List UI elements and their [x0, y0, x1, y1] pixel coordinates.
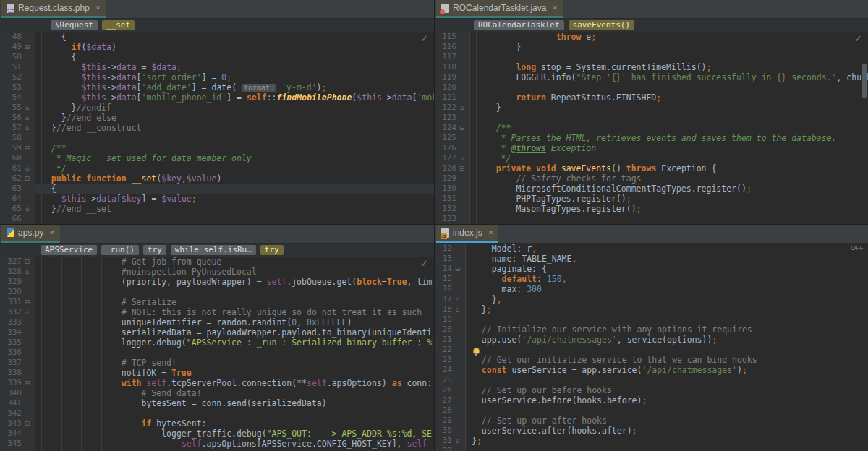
fold-marker-icon[interactable]: ⌂ [22, 267, 33, 277]
code-line[interactable] [41, 408, 434, 418]
code-line[interactable] [472, 314, 868, 325]
code-line[interactable]: }//end __construct [41, 123, 434, 133]
close-tab-icon[interactable]: ✕ [552, 4, 558, 12]
breadcrumb-item[interactable]: while self.isRu… [171, 245, 256, 255]
code-line[interactable] [476, 113, 868, 123]
code-line[interactable]: # Send data! [41, 388, 434, 398]
close-tab-icon[interactable]: ✕ [95, 4, 101, 12]
code-line[interactable]: Model: r, [472, 244, 868, 254]
fold-marker-icon[interactable]: ⊟ [22, 418, 33, 429]
code-line[interactable]: /** [41, 143, 434, 153]
code-line[interactable]: # Get job from queue [41, 257, 434, 267]
code-line[interactable]: notifOK = True [41, 368, 434, 378]
code-area[interactable]: throw e; } long stop = System.currentTim… [470, 32, 868, 224]
fold-marker-icon[interactable]: ⌂ [22, 204, 33, 214]
breadcrumb-item[interactable]: try [260, 245, 284, 255]
code-line[interactable]: return RepeatStatus.FINISHED; [476, 93, 868, 103]
code-line[interactable] [472, 446, 868, 451]
code-line[interactable]: }//end __set [41, 204, 434, 214]
code-line[interactable]: long stop = System.currentTimeMillis(); [476, 62, 868, 72]
breadcrumb-item[interactable]: __set [102, 20, 135, 30]
fold-marker-icon[interactable]: ⊟ [22, 173, 33, 184]
code-line[interactable]: # Serialize [41, 297, 434, 307]
breadcrumb-item[interactable]: _run() [101, 245, 139, 255]
code-line[interactable]: * Parses the HTML, retrieves events and … [476, 133, 868, 143]
code-line[interactable]: max: 300 [472, 284, 868, 294]
code-line[interactable]: { [41, 32, 434, 42]
code-line[interactable]: $this->data['sort_order'] = 0; [41, 72, 434, 82]
code-line[interactable]: $this->data[$key] = $value; [41, 194, 434, 204]
code-editor-python[interactable]: 327⊟328⌂329330331⊟332⌂333334335336337338… [0, 257, 434, 451]
code-line[interactable]: private void saveEvents() throws Excepti… [476, 163, 868, 173]
breadcrumb-item[interactable]: \Request [51, 20, 98, 30]
fold-marker-icon[interactable]: ⌂ [22, 103, 33, 113]
fold-marker-icon[interactable]: ⊟ [456, 123, 467, 133]
code-line[interactable]: const userService = app.service('/api/ch… [472, 365, 868, 375]
code-line[interactable]: PHPTagTypes.register(); [476, 194, 868, 204]
code-line[interactable]: $this->data = $data; [41, 62, 434, 72]
code-line[interactable]: logger.debug("APSService : _run : Serial… [41, 338, 434, 348]
code-line[interactable]: $this->data['mobile_phone_id'] = self::f… [41, 93, 434, 103]
fold-marker-icon[interactable]: ⌂ [452, 304, 463, 314]
code-line[interactable]: uniqueIdentifier = random.randint(0, 0xF… [41, 317, 434, 327]
fold-marker-icon[interactable]: ⌂ [452, 436, 463, 446]
tab-index-js[interactable]: index.js ✕ [436, 225, 498, 243]
code-line[interactable]: serializedData = payloadWrapper.payload.… [41, 327, 434, 338]
code-editor-java[interactable]: 115116117118119120121122⌂123124⊟12512612… [435, 32, 868, 224]
code-line[interactable] [476, 82, 868, 93]
code-line[interactable]: $this->data['add_date'] = date( format: … [41, 82, 434, 93]
breadcrumb-item[interactable]: try [143, 245, 166, 255]
code-line[interactable]: MasonTagTypes.register(); [476, 204, 868, 214]
code-line[interactable] [476, 52, 868, 62]
code-line[interactable]: }, [472, 294, 868, 304]
code-line[interactable]: userService.before(hooks.before); [472, 395, 868, 405]
close-tab-icon[interactable]: ✕ [49, 229, 55, 236]
code-line[interactable]: if($data) [41, 42, 434, 52]
fold-marker-icon[interactable]: ⌂ [456, 103, 467, 113]
code-line[interactable]: /** [476, 123, 868, 133]
code-line[interactable]: // Initialize our service with any optio… [472, 325, 868, 335]
code-line[interactable]: }//end else [41, 113, 434, 123]
code-line[interactable]: with self.tcpServerPool.connection(**sel… [41, 378, 434, 388]
code-line[interactable] [41, 133, 434, 143]
code-line[interactable]: logger_traffic.debug("APS_OUT: ---> APS_… [41, 429, 434, 439]
code-area[interactable]: # Get job from queue #noinspection PyUnu… [35, 257, 434, 451]
code-line[interactable]: userService.after(hooks.after); [472, 426, 868, 436]
code-line[interactable]: // Set up our before hooks [472, 385, 868, 395]
code-area[interactable]: Model: r, name: TABLE_NAME, paginate: { … [466, 244, 868, 451]
tab-rocalendartasklet-java[interactable]: ROCalendarTasklet.java ✕ [436, 0, 563, 18]
fold-marker-icon[interactable]: ⌂ [22, 163, 33, 173]
code-line[interactable]: { [41, 52, 434, 62]
code-line[interactable]: // Set up our after hooks [472, 416, 868, 426]
code-line[interactable]: self.apsOptions[APSService.CONFIG_HOST_K… [41, 439, 434, 449]
fold-marker-icon[interactable]: ⊟ [22, 42, 33, 52]
code-line[interactable]: // Get our initialize service to that we… [472, 355, 868, 365]
breadcrumb-item[interactable]: ROCalendarTasklet [474, 20, 564, 30]
code-line[interactable]: throw e; [476, 32, 868, 42]
code-line[interactable]: MicrosoftConditionalCommentTagTypes.regi… [476, 184, 868, 194]
code-line[interactable] [41, 348, 434, 358]
fold-marker-icon[interactable]: ⊟ [22, 257, 33, 267]
fold-marker-icon[interactable]: ⌂ [22, 123, 33, 133]
code-line[interactable]: if bytesSent: [41, 418, 434, 429]
code-editor-php[interactable]: 4849⊟505152535455⌂56⌂57⌂5859⊟6061⌂62⊟636… [0, 32, 434, 224]
code-line[interactable]: } [476, 42, 868, 52]
code-editor-javascript[interactable]: 121314⊟151617⌂18⌂19202122232425262728293… [435, 244, 868, 451]
breadcrumb-item[interactable]: saveEvents() [569, 20, 634, 30]
code-line[interactable]: }; [472, 304, 868, 314]
code-line[interactable]: name: TABLE_NAME, [472, 254, 868, 264]
code-line[interactable]: app.use('/api/chatmessages', service(opt… [472, 335, 868, 345]
fold-marker-icon[interactable]: ⊟ [22, 143, 33, 153]
fold-marker-icon[interactable]: ⌂ [22, 307, 33, 317]
code-line[interactable]: LOGGER.info("Step '{}' has finished succ… [476, 72, 868, 82]
code-line[interactable]: */ [41, 163, 434, 173]
fold-marker-icon[interactable]: ⊟ [22, 297, 33, 307]
code-line[interactable]: * Magic __set used for data member only [41, 153, 434, 163]
code-line[interactable]: #noinspection PyUnusedLocal [41, 267, 434, 277]
code-line-caret[interactable]: { [35, 184, 434, 194]
code-line[interactable] [472, 405, 868, 416]
code-line[interactable]: (priority, payloadWrapper) = self.jobQue… [41, 277, 434, 287]
code-line[interactable] [41, 287, 434, 297]
code-line[interactable]: }; [472, 436, 868, 446]
code-line[interactable]: # NOTE: this is not really unique so do … [41, 307, 434, 317]
